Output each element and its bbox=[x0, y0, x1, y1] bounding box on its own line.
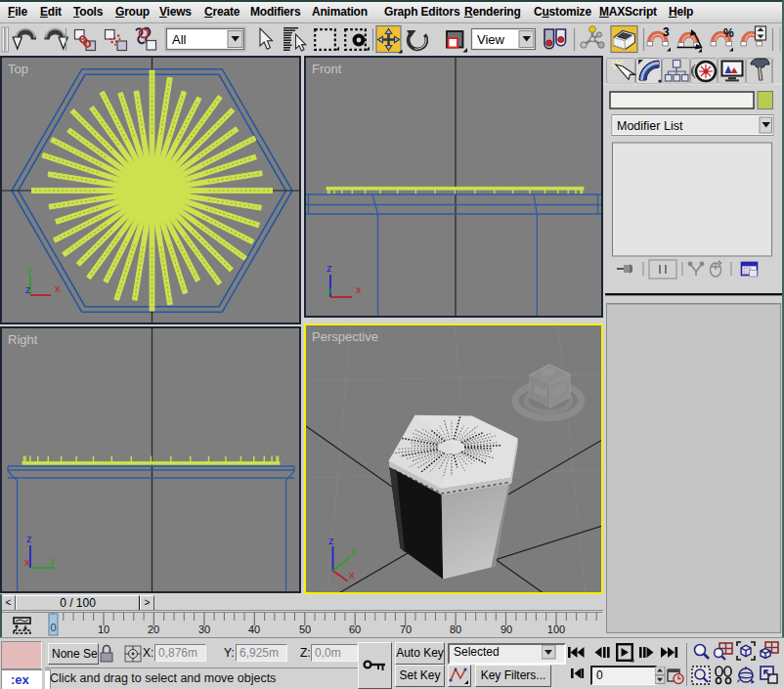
svg-text:Right: Right bbox=[8, 332, 38, 347]
svg-text:Front: Front bbox=[312, 62, 342, 76]
svg-text:Perspective: Perspective bbox=[312, 329, 378, 344]
svg-text:50: 50 bbox=[299, 624, 311, 635]
svg-text:Top: Top bbox=[8, 62, 28, 76]
svg-text:90: 90 bbox=[501, 624, 512, 635]
svg-text:y: y bbox=[26, 263, 32, 275]
svg-text:80: 80 bbox=[450, 624, 461, 635]
svg-text:20: 20 bbox=[148, 624, 159, 635]
svg-text:70: 70 bbox=[400, 624, 412, 635]
svg-text:y: y bbox=[50, 554, 56, 566]
svg-text:y: y bbox=[327, 284, 332, 296]
svg-text:z: z bbox=[327, 262, 332, 274]
svg-text:30: 30 bbox=[198, 624, 210, 635]
svg-text:z: z bbox=[26, 533, 32, 544]
svg-text:10: 10 bbox=[98, 624, 109, 635]
svg-text:0: 0 bbox=[50, 622, 56, 633]
svg-text:x: x bbox=[349, 569, 355, 581]
svg-text:z: z bbox=[328, 535, 334, 546]
svg-text:3: 3 bbox=[663, 25, 670, 39]
svg-text:Modifier List: Modifier List bbox=[617, 119, 683, 133]
svg-text:z: z bbox=[25, 283, 31, 295]
svg-text:40: 40 bbox=[248, 624, 260, 635]
svg-text:x: x bbox=[24, 556, 30, 568]
svg-text:View: View bbox=[477, 32, 505, 47]
svg-text:x: x bbox=[55, 282, 61, 294]
svg-text:100: 100 bbox=[547, 624, 565, 635]
svg-text:x: x bbox=[356, 283, 362, 295]
svg-text:%: % bbox=[723, 26, 734, 40]
svg-text:y: y bbox=[351, 544, 357, 556]
svg-text:All: All bbox=[172, 32, 187, 47]
svg-text:60: 60 bbox=[349, 624, 361, 635]
